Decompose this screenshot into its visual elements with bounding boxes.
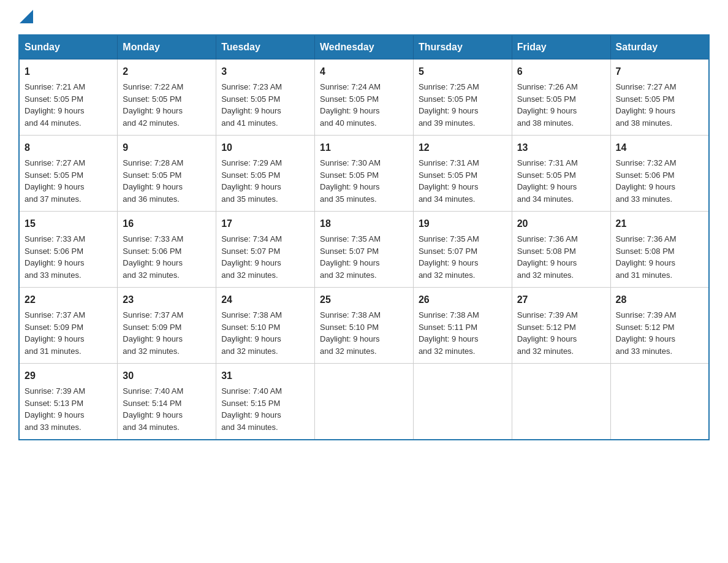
day-cell: 21 Sunrise: 7:36 AMSunset: 5:08 PMDaylig… xyxy=(610,212,709,288)
day-info: Sunrise: 7:39 AMSunset: 5:13 PMDaylight:… xyxy=(25,386,85,432)
day-number: 20 xyxy=(517,216,605,231)
day-info: Sunrise: 7:38 AMSunset: 5:11 PMDaylight:… xyxy=(419,310,479,356)
day-cell: 5 Sunrise: 7:25 AMSunset: 5:05 PMDayligh… xyxy=(413,59,512,136)
week-row-5: 29 Sunrise: 7:39 AMSunset: 5:13 PMDaylig… xyxy=(19,364,709,440)
day-cell: 22 Sunrise: 7:37 AMSunset: 5:09 PMDaylig… xyxy=(19,288,118,364)
day-cell: 8 Sunrise: 7:27 AMSunset: 5:05 PMDayligh… xyxy=(19,136,118,212)
day-number: 2 xyxy=(123,64,211,79)
calendar-body: 1 Sunrise: 7:21 AMSunset: 5:05 PMDayligh… xyxy=(19,59,709,440)
day-cell: 28 Sunrise: 7:39 AMSunset: 5:12 PMDaylig… xyxy=(610,288,709,364)
day-info: Sunrise: 7:28 AMSunset: 5:05 PMDaylight:… xyxy=(123,158,183,204)
day-info: Sunrise: 7:38 AMSunset: 5:10 PMDaylight:… xyxy=(221,310,282,356)
day-number: 17 xyxy=(221,216,309,231)
day-number: 29 xyxy=(25,369,112,383)
day-info: Sunrise: 7:37 AMSunset: 5:09 PMDaylight:… xyxy=(25,310,85,356)
day-number: 13 xyxy=(517,140,605,155)
day-cell: 20 Sunrise: 7:36 AMSunset: 5:08 PMDaylig… xyxy=(512,212,610,288)
weekday-header-tuesday: Tuesday xyxy=(216,35,315,59)
week-row-4: 22 Sunrise: 7:37 AMSunset: 5:09 PMDaylig… xyxy=(19,288,709,364)
day-number: 15 xyxy=(25,216,112,231)
day-cell: 27 Sunrise: 7:39 AMSunset: 5:12 PMDaylig… xyxy=(512,288,610,364)
day-info: Sunrise: 7:37 AMSunset: 5:09 PMDaylight:… xyxy=(123,310,183,356)
day-number: 28 xyxy=(616,293,703,307)
day-number: 19 xyxy=(419,216,507,231)
day-cell: 25 Sunrise: 7:38 AMSunset: 5:10 PMDaylig… xyxy=(315,288,414,364)
day-number: 4 xyxy=(320,64,408,79)
day-cell xyxy=(610,364,709,440)
day-number: 1 xyxy=(25,64,112,79)
day-cell: 26 Sunrise: 7:38 AMSunset: 5:11 PMDaylig… xyxy=(413,288,512,364)
day-info: Sunrise: 7:33 AMSunset: 5:06 PMDaylight:… xyxy=(123,234,183,280)
week-row-3: 15 Sunrise: 7:33 AMSunset: 5:06 PMDaylig… xyxy=(19,212,709,288)
header xyxy=(18,12,710,23)
day-number: 27 xyxy=(517,293,605,307)
day-info: Sunrise: 7:23 AMSunset: 5:05 PMDaylight:… xyxy=(221,82,282,128)
day-info: Sunrise: 7:36 AMSunset: 5:08 PMDaylight:… xyxy=(517,234,578,280)
day-cell: 6 Sunrise: 7:26 AMSunset: 5:05 PMDayligh… xyxy=(512,59,610,136)
day-info: Sunrise: 7:31 AMSunset: 5:05 PMDaylight:… xyxy=(517,158,578,204)
day-cell: 11 Sunrise: 7:30 AMSunset: 5:05 PMDaylig… xyxy=(315,136,414,212)
day-info: Sunrise: 7:33 AMSunset: 5:06 PMDaylight:… xyxy=(25,234,85,280)
day-info: Sunrise: 7:25 AMSunset: 5:05 PMDaylight:… xyxy=(419,82,479,128)
day-number: 9 xyxy=(123,140,211,155)
svg-marker-0 xyxy=(20,10,33,23)
day-cell: 13 Sunrise: 7:31 AMSunset: 5:05 PMDaylig… xyxy=(512,136,610,212)
day-number: 10 xyxy=(221,140,309,155)
day-number: 24 xyxy=(221,293,309,307)
day-number: 11 xyxy=(320,140,408,155)
day-info: Sunrise: 7:21 AMSunset: 5:05 PMDaylight:… xyxy=(25,82,85,128)
day-cell: 17 Sunrise: 7:34 AMSunset: 5:07 PMDaylig… xyxy=(216,212,315,288)
day-cell: 2 Sunrise: 7:22 AMSunset: 5:05 PMDayligh… xyxy=(118,59,216,136)
day-number: 14 xyxy=(616,140,703,155)
day-cell: 19 Sunrise: 7:35 AMSunset: 5:07 PMDaylig… xyxy=(413,212,512,288)
calendar-header: SundayMondayTuesdayWednesdayThursdayFrid… xyxy=(19,35,709,59)
day-info: Sunrise: 7:35 AMSunset: 5:07 PMDaylight:… xyxy=(320,234,381,280)
day-info: Sunrise: 7:38 AMSunset: 5:10 PMDaylight:… xyxy=(320,310,381,356)
day-info: Sunrise: 7:22 AMSunset: 5:05 PMDaylight:… xyxy=(123,82,183,128)
day-info: Sunrise: 7:34 AMSunset: 5:07 PMDaylight:… xyxy=(221,234,282,280)
day-number: 31 xyxy=(221,369,309,383)
day-cell xyxy=(413,364,512,440)
day-number: 22 xyxy=(25,293,112,307)
day-info: Sunrise: 7:29 AMSunset: 5:05 PMDaylight:… xyxy=(221,158,282,204)
day-info: Sunrise: 7:30 AMSunset: 5:05 PMDaylight:… xyxy=(320,158,381,204)
day-info: Sunrise: 7:32 AMSunset: 5:06 PMDaylight:… xyxy=(616,158,677,204)
day-cell: 9 Sunrise: 7:28 AMSunset: 5:05 PMDayligh… xyxy=(118,136,216,212)
weekday-header-wednesday: Wednesday xyxy=(315,35,414,59)
day-number: 16 xyxy=(123,216,211,231)
day-cell: 12 Sunrise: 7:31 AMSunset: 5:05 PMDaylig… xyxy=(413,136,512,212)
day-info: Sunrise: 7:36 AMSunset: 5:08 PMDaylight:… xyxy=(616,234,677,280)
day-number: 7 xyxy=(616,64,703,79)
day-number: 8 xyxy=(25,140,112,155)
day-cell: 23 Sunrise: 7:37 AMSunset: 5:09 PMDaylig… xyxy=(118,288,216,364)
day-number: 6 xyxy=(517,64,605,79)
day-cell xyxy=(315,364,414,440)
day-cell: 29 Sunrise: 7:39 AMSunset: 5:13 PMDaylig… xyxy=(19,364,118,440)
day-info: Sunrise: 7:40 AMSunset: 5:15 PMDaylight:… xyxy=(221,386,282,432)
day-number: 21 xyxy=(616,216,703,231)
day-info: Sunrise: 7:26 AMSunset: 5:05 PMDaylight:… xyxy=(517,82,578,128)
weekday-header-monday: Monday xyxy=(118,35,216,59)
day-number: 12 xyxy=(419,140,507,155)
day-cell: 18 Sunrise: 7:35 AMSunset: 5:07 PMDaylig… xyxy=(315,212,414,288)
day-info: Sunrise: 7:35 AMSunset: 5:07 PMDaylight:… xyxy=(419,234,479,280)
day-info: Sunrise: 7:27 AMSunset: 5:05 PMDaylight:… xyxy=(616,82,677,128)
day-cell: 7 Sunrise: 7:27 AMSunset: 5:05 PMDayligh… xyxy=(610,59,709,136)
day-cell: 30 Sunrise: 7:40 AMSunset: 5:14 PMDaylig… xyxy=(118,364,216,440)
logo-triangle-icon xyxy=(20,10,33,23)
day-number: 30 xyxy=(123,369,211,383)
day-cell: 1 Sunrise: 7:21 AMSunset: 5:05 PMDayligh… xyxy=(19,59,118,136)
day-cell: 16 Sunrise: 7:33 AMSunset: 5:06 PMDaylig… xyxy=(118,212,216,288)
day-cell: 31 Sunrise: 7:40 AMSunset: 5:15 PMDaylig… xyxy=(216,364,315,440)
day-info: Sunrise: 7:24 AMSunset: 5:05 PMDaylight:… xyxy=(320,82,381,128)
calendar-table: SundayMondayTuesdayWednesdayThursdayFrid… xyxy=(18,34,710,440)
day-info: Sunrise: 7:27 AMSunset: 5:05 PMDaylight:… xyxy=(25,158,85,204)
day-cell: 10 Sunrise: 7:29 AMSunset: 5:05 PMDaylig… xyxy=(216,136,315,212)
day-number: 26 xyxy=(419,293,507,307)
day-info: Sunrise: 7:40 AMSunset: 5:14 PMDaylight:… xyxy=(123,386,183,432)
day-cell: 3 Sunrise: 7:23 AMSunset: 5:05 PMDayligh… xyxy=(216,59,315,136)
week-row-1: 1 Sunrise: 7:21 AMSunset: 5:05 PMDayligh… xyxy=(19,59,709,136)
day-cell: 4 Sunrise: 7:24 AMSunset: 5:05 PMDayligh… xyxy=(315,59,414,136)
day-number: 5 xyxy=(419,64,507,79)
week-row-2: 8 Sunrise: 7:27 AMSunset: 5:05 PMDayligh… xyxy=(19,136,709,212)
